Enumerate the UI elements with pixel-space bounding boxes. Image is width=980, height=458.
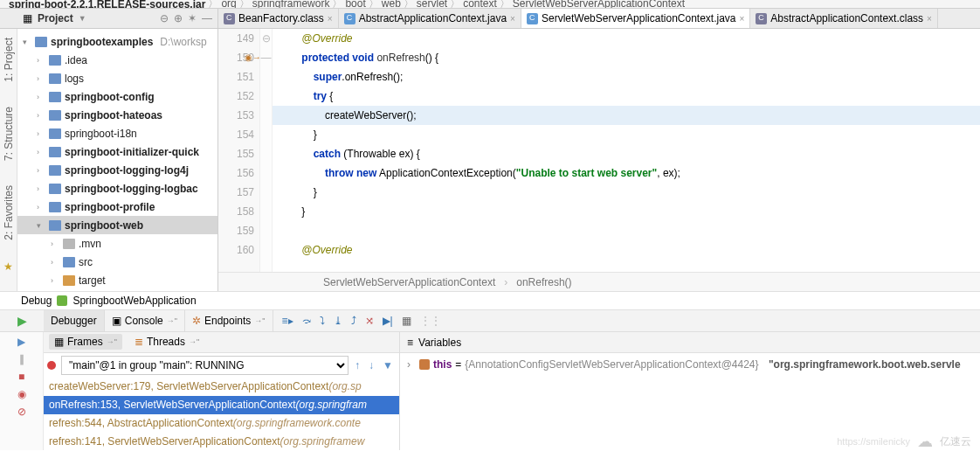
breadcrumb-part[interactable]: context xyxy=(463,0,497,9)
tree-item[interactable]: ›.mvn xyxy=(17,234,217,253)
chevron-icon[interactable]: › xyxy=(37,203,45,212)
tab-frames[interactable]: ▦Frames→" xyxy=(49,334,122,350)
breakpoints-button[interactable]: ◉ xyxy=(17,388,26,400)
chevron-icon[interactable]: › xyxy=(37,56,45,65)
drop-frame-icon[interactable]: ⤨ xyxy=(365,315,374,327)
trace-icon[interactable]: ⋮⋮ xyxy=(420,315,441,327)
pause-button[interactable]: ∥ xyxy=(19,353,24,365)
fold-gutter[interactable]: ⊖— xyxy=(260,29,273,272)
stack-frames[interactable]: createWebServer:179, ServletWebServerApp… xyxy=(44,378,399,450)
line-gutter[interactable]: 149150 ◉→151152153154155156157158159160 xyxy=(218,29,260,272)
tree-item[interactable]: ›target xyxy=(17,271,217,289)
editor-tab[interactable]: AbstractApplicationContext.java× xyxy=(339,9,521,28)
code-line[interactable]: catch (Throwable ex) { xyxy=(273,144,980,163)
settings-icon[interactable]: ✶ xyxy=(188,12,197,24)
tree-item[interactable]: ›springboot-profile xyxy=(17,198,217,216)
tree-item[interactable]: ▾springboot-web xyxy=(17,216,217,234)
force-step-into-icon[interactable]: ⤓ xyxy=(334,315,342,327)
editor-tab[interactable]: BeanFactory.class× xyxy=(218,9,339,28)
mute-button[interactable]: ⊘ xyxy=(17,406,26,418)
chevron-icon[interactable]: › xyxy=(37,166,45,175)
tool-structure[interactable]: 7: Structure xyxy=(3,103,15,164)
tree-item[interactable]: ›springboot-config xyxy=(17,87,217,106)
stack-frame[interactable]: onRefresh:153, ServletWebServerApplicati… xyxy=(44,396,399,414)
chevron-icon[interactable]: › xyxy=(37,129,45,138)
step-out-icon[interactable]: ⤴ xyxy=(351,315,356,327)
project-pane-header[interactable]: ▦ Project ▼ ⊖ ⊕ ✶ — xyxy=(0,9,218,28)
rerun-button[interactable]: ▶ xyxy=(17,336,25,348)
tree-item[interactable]: ›springboot-logging-log4j xyxy=(17,161,217,179)
chevron-icon[interactable]: › xyxy=(37,74,45,83)
code-lines[interactable]: @Override protected void onRefresh() { s… xyxy=(273,29,980,272)
tree-item[interactable]: ›springboot-hateoas xyxy=(17,106,217,124)
filter-button[interactable]: ▼ xyxy=(380,359,396,371)
chevron-icon[interactable]: ▾ xyxy=(37,221,45,230)
code-line[interactable]: @Override xyxy=(273,240,980,260)
stack-frame[interactable]: refresh:141, ServletWebServerApplication… xyxy=(44,433,399,450)
editor-breadcrumb[interactable]: ServletWebServerApplicationContext › onR… xyxy=(218,272,980,291)
code-line[interactable]: createWebServer(); xyxy=(273,106,980,125)
code-line[interactable]: @Override xyxy=(273,29,980,48)
close-icon[interactable]: × xyxy=(328,14,333,24)
close-icon[interactable]: × xyxy=(927,14,932,24)
show-execution-icon[interactable]: ≡▸ xyxy=(282,315,293,327)
code-line[interactable]: } xyxy=(273,125,980,144)
breadcrumb-class[interactable]: ServletWebServerApplicationContext xyxy=(323,276,495,288)
tree-root[interactable]: ▾ springbootexamples D:\worksp xyxy=(17,32,217,51)
code-line[interactable]: super.onRefresh(); xyxy=(273,67,980,87)
chevron-icon[interactable]: › xyxy=(37,111,45,120)
breadcrumb-part[interactable]: org xyxy=(221,0,236,9)
code-line[interactable]: throw new ApplicationContextException("U… xyxy=(273,163,980,183)
tree-item[interactable]: ›src xyxy=(17,253,217,271)
expand-icon[interactable]: › xyxy=(407,358,416,371)
tool-project[interactable]: 1: Project xyxy=(3,34,15,86)
step-into-icon[interactable]: ⤵ xyxy=(320,315,325,327)
dropdown-icon[interactable]: ▼ xyxy=(79,14,86,23)
breadcrumb-part[interactable]: boot xyxy=(345,0,365,9)
tab-console[interactable]: ▣Console→" xyxy=(105,310,185,331)
breadcrumb-part[interactable]: springframework xyxy=(252,0,330,9)
tab-threads[interactable]: ≣Threads→" xyxy=(129,334,204,350)
tree-item[interactable]: ›springboot-i18n xyxy=(17,124,217,142)
tab-debugger[interactable]: Debugger xyxy=(44,310,105,331)
tree-item[interactable]: ›logs xyxy=(17,69,217,87)
breadcrumb-part[interactable]: web xyxy=(382,0,401,9)
next-frame-button[interactable]: ↓ xyxy=(366,359,376,371)
chevron-icon[interactable]: › xyxy=(37,184,45,193)
editor-tab[interactable]: ServletWebServerApplicationContext.java× xyxy=(521,9,750,28)
run-config-name[interactable]: SpringbootWebApplication xyxy=(72,295,196,307)
stack-frame[interactable]: refresh:544, AbstractApplicationContext … xyxy=(44,414,399,433)
resume-button[interactable]: ▶ xyxy=(17,314,27,328)
editor-tab[interactable]: AbstractApplicationContext.class× xyxy=(750,9,938,28)
run-to-cursor-icon[interactable]: ▶| xyxy=(383,315,393,327)
breadcrumb-part[interactable]: ServletWebServerApplicationContext xyxy=(513,0,685,9)
thread-select[interactable]: "main"@1 in group "main": RUNNING xyxy=(61,356,349,375)
code-line[interactable] xyxy=(273,221,980,240)
variable-row[interactable]: › this = {AnnotationConfigServletWebServ… xyxy=(407,358,973,371)
hide-icon[interactable]: — xyxy=(202,12,212,24)
evaluate-icon[interactable]: ▦ xyxy=(402,315,411,327)
close-icon[interactable]: × xyxy=(740,14,745,24)
code-line[interactable]: protected void onRefresh() { xyxy=(273,48,980,67)
chevron-icon[interactable]: › xyxy=(51,239,59,248)
chevron-down-icon[interactable]: ▾ xyxy=(23,38,31,46)
breadcrumb-part[interactable]: servlet xyxy=(417,0,447,9)
breadcrumb-method[interactable]: onRefresh() xyxy=(516,276,571,288)
chevron-icon[interactable]: › xyxy=(51,276,59,285)
chevron-icon[interactable]: › xyxy=(37,93,45,101)
locate-icon[interactable]: ⊕ xyxy=(174,12,183,24)
close-icon[interactable]: × xyxy=(510,14,515,24)
tool-favorites[interactable]: 2: Favorites xyxy=(3,182,15,244)
code-line[interactable]: } xyxy=(273,202,980,221)
project-tree[interactable]: ▾ springbootexamples D:\worksp ›.idea›lo… xyxy=(17,29,218,291)
code-line[interactable]: } xyxy=(273,183,980,202)
code-line[interactable]: try { xyxy=(273,87,980,106)
step-over-icon[interactable]: ⤼ xyxy=(302,315,311,327)
code-area[interactable]: 149150 ◉→151152153154155156157158159160 … xyxy=(218,29,980,272)
collapse-icon[interactable]: ⊖ xyxy=(160,12,169,24)
prev-frame-button[interactable]: ↑ xyxy=(352,359,362,371)
tree-item[interactable]: ›springboot-initializer-quick xyxy=(17,142,217,161)
tree-item[interactable]: ›.idea xyxy=(17,51,217,69)
stop-button[interactable]: ■ xyxy=(18,371,24,383)
stack-frame[interactable]: createWebServer:179, ServletWebServerApp… xyxy=(44,378,399,396)
